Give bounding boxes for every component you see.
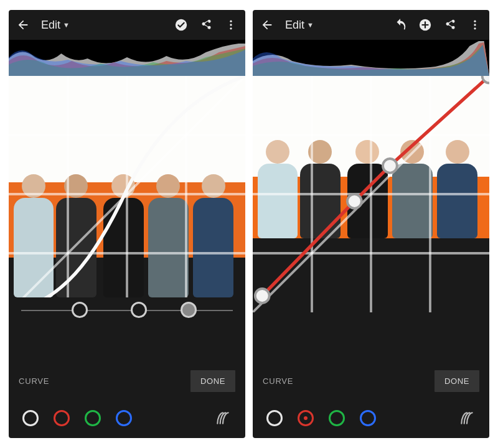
curve-label: CURVE	[263, 376, 293, 386]
parametric-curve-icon[interactable]	[214, 409, 232, 427]
curve-label: CURVE	[19, 376, 49, 386]
parametric-slider-row	[9, 297, 245, 322]
photo-placeholder	[9, 76, 245, 297]
svg-point-1	[230, 21, 232, 22]
channel-selector-row	[9, 398, 245, 438]
done-button[interactable]: DONE	[190, 370, 235, 392]
channel-red[interactable]	[54, 410, 70, 426]
page-title-label: Edit	[285, 19, 304, 32]
bottom-bar: CURVE DONE	[9, 363, 245, 398]
overflow-icon[interactable]	[468, 18, 482, 32]
caret-down-icon: ▼	[63, 21, 70, 29]
photo-placeholder	[253, 76, 489, 322]
image-preview[interactable]	[253, 76, 489, 322]
editor-screen-pointcurve: Edit ▼	[253, 10, 489, 438]
channel-selector-row	[253, 398, 489, 438]
channel-white[interactable]	[22, 410, 39, 426]
bottom-bar: CURVE DONE	[253, 363, 489, 398]
channel-red[interactable]	[298, 410, 314, 426]
svg-point-13	[474, 24, 476, 26]
back-icon[interactable]	[260, 18, 274, 32]
slider-track	[21, 310, 233, 311]
page-title-dropdown[interactable]: Edit ▼	[285, 19, 314, 32]
caret-down-icon: ▼	[307, 21, 314, 29]
done-button[interactable]: DONE	[435, 370, 479, 392]
channel-green[interactable]	[329, 410, 345, 426]
overflow-icon[interactable]	[224, 18, 238, 32]
svg-point-3	[230, 27, 232, 29]
share-icon[interactable]	[199, 18, 213, 32]
channel-green[interactable]	[85, 410, 101, 426]
histogram	[9, 40, 245, 76]
top-bar: Edit ▼	[253, 10, 489, 40]
back-icon[interactable]	[16, 18, 30, 32]
svg-point-12	[474, 21, 476, 22]
parametric-curve-icon[interactable]	[458, 409, 476, 427]
image-preview[interactable]	[9, 76, 245, 297]
editor-screen-parametric: Edit ▼	[9, 10, 245, 438]
channel-blue[interactable]	[360, 410, 376, 426]
channel-white[interactable]	[266, 410, 283, 426]
svg-point-2	[230, 24, 232, 26]
page-title-dropdown[interactable]: Edit ▼	[41, 19, 70, 32]
channel-blue[interactable]	[116, 410, 132, 426]
histogram	[253, 40, 489, 76]
share-icon[interactable]	[443, 18, 457, 32]
top-bar: Edit ▼	[9, 10, 245, 40]
approve-icon[interactable]	[174, 18, 188, 32]
slider-knob-lights[interactable]	[131, 302, 147, 318]
slider-knob-darks[interactable]	[181, 302, 197, 318]
svg-point-14	[474, 27, 476, 29]
slider-knob-highlights[interactable]	[72, 302, 88, 318]
undo-icon[interactable]	[393, 18, 407, 32]
add-icon[interactable]	[418, 18, 432, 32]
page-title-label: Edit	[41, 19, 60, 32]
